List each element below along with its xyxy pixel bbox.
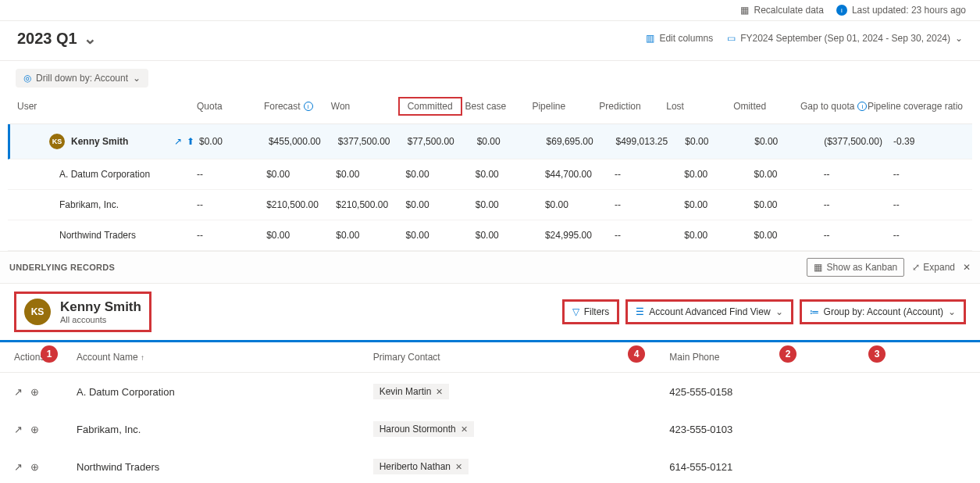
chevron-down-icon: ⌄ <box>84 29 97 48</box>
cell-gap: -- <box>824 230 893 241</box>
edit-columns-button[interactable]: ▥ Edit columns <box>646 33 713 44</box>
header: 2023 Q1 ⌄ ▥ Edit columns ▭ FY2024 Septem… <box>0 21 980 61</box>
cell-pipeline: $44,700.00 <box>545 169 615 180</box>
filter-icon: ▽ <box>572 306 579 317</box>
grid-row[interactable]: A. Datum Corporation -- $0.00 $0.00 $0.0… <box>8 159 972 190</box>
col-user[interactable]: User <box>17 101 197 112</box>
filters-button[interactable]: ▽ Filters <box>562 299 620 324</box>
committed-highlight: Committed <box>398 97 462 116</box>
contact-tag[interactable]: Haroun Stormonth✕ <box>373 421 474 437</box>
expand-row-icon[interactable]: ⊕ <box>30 461 39 473</box>
cell-coverage: -0.39 <box>893 136 963 147</box>
cell-pipeline: $69,695.00 <box>547 136 616 147</box>
cell-won: $0.00 <box>336 169 405 180</box>
drill-chip[interactable]: ◎ Drill down by: Account ⌄ <box>16 69 148 88</box>
user-name: Kenny Smith <box>71 136 128 147</box>
share-icon[interactable]: ↗ <box>174 136 182 147</box>
grid-row[interactable]: Northwind Traders -- $0.00 $0.00 $0.00 $… <box>8 220 972 251</box>
cell-account: Fabrikam, Inc. <box>77 424 373 435</box>
open-icon[interactable]: ↗ <box>14 424 23 435</box>
col-contact[interactable]: Primary Contact <box>373 352 670 363</box>
cell-lost: $0.00 <box>685 136 754 147</box>
contact-name: Kevin Martin <box>380 386 432 397</box>
cell-coverage: -- <box>893 169 963 180</box>
page-title: 2023 Q1 <box>17 30 77 48</box>
cell-account: A. Datum Corporation <box>77 386 373 398</box>
avatar: KS <box>49 134 65 149</box>
grid-row[interactable]: Fabrikam, Inc. -- $210,500.00 $210,500.0… <box>8 190 972 220</box>
col-lost[interactable]: Lost <box>666 101 733 112</box>
expand-row-icon[interactable]: ⊕ <box>30 386 39 398</box>
col-bestcase[interactable]: Best case <box>465 101 533 112</box>
date-range-button[interactable]: ▭ FY2024 September (Sep 01, 2024 - Sep 3… <box>727 33 963 44</box>
filters-label: Filters <box>584 306 610 317</box>
underlying-records-bar: UNDERLYING RECORDS ▦ Show as Kanban ⤢ Ex… <box>0 251 980 283</box>
cell-quota: $0.00 <box>199 136 269 147</box>
cell-prediction: -- <box>615 230 684 241</box>
recalculate-button[interactable]: ▦ Recalculate data <box>740 5 823 16</box>
cell-prediction: -- <box>615 169 684 180</box>
cell-pipeline: $0.00 <box>545 199 615 210</box>
cell-omitted: $0.00 <box>754 136 824 147</box>
date-range-label: FY2024 September (Sep 01, 2024 - Sep 30,… <box>740 33 950 44</box>
col-forecast[interactable]: Forecast i <box>264 101 331 112</box>
chevron-down-icon: ⌄ <box>775 306 783 317</box>
grid-body: KS Kenny Smith ↗ ⬆ $0.00 $455,000.00 $37… <box>8 124 972 251</box>
columns-icon: ▥ <box>646 33 654 44</box>
cell-gap: -- <box>824 169 893 180</box>
grid-row[interactable]: KS Kenny Smith ↗ ⬆ $0.00 $455,000.00 $37… <box>8 124 972 159</box>
records-row[interactable]: ↗ ⊕ Fabrikam, Inc. Haroun Stormonth✕ 423… <box>5 410 975 448</box>
user-cell: KS Kenny Smith ↗ ⬆ <box>20 134 199 149</box>
cell-phone: 423-555-0103 <box>669 424 966 435</box>
show-as-kanban-button[interactable]: ▦ Show as Kanban <box>807 258 905 277</box>
chevron-down-icon: ⌄ <box>948 306 956 317</box>
cell-bestcase: $0.00 <box>476 169 545 180</box>
col-omitted[interactable]: Omitted <box>733 101 800 112</box>
close-button[interactable]: ✕ <box>963 262 971 273</box>
drill-label: Drill down by: Account <box>36 73 128 84</box>
open-icon[interactable]: ↗ <box>14 461 23 473</box>
callout-1: 1 <box>41 345 58 363</box>
contact-tag[interactable]: Heriberto Nathan✕ <box>373 459 469 474</box>
expand-row-icon[interactable]: ⊕ <box>30 424 39 435</box>
contact-tag[interactable]: Kevin Martin✕ <box>373 384 450 399</box>
cell-committed: $0.00 <box>406 230 476 241</box>
underlying-title: UNDERLYING RECORDS <box>9 263 115 272</box>
records-row[interactable]: ↗ ⊕ Northwind Traders Heriberto Nathan✕ … <box>5 448 975 483</box>
last-updated: i Last updated: 23 hours ago <box>836 5 966 16</box>
col-gap[interactable]: Gap to quota i <box>800 101 868 112</box>
calendar-icon: ▭ <box>727 33 736 44</box>
col-phone[interactable]: Main Phone <box>669 352 966 363</box>
kanban-icon: ▦ <box>814 262 822 273</box>
cell-forecast: $0.00 <box>266 230 336 241</box>
records-row[interactable]: ↗ ⊕ A. Datum Corporation Kevin Martin✕ 4… <box>5 373 975 410</box>
open-icon[interactable]: ↗ <box>14 386 23 398</box>
expand-label: Expand <box>923 262 955 273</box>
remove-icon[interactable]: ✕ <box>461 424 468 435</box>
view-selector-button[interactable]: ☰ Account Advanced Find View ⌄ <box>625 299 793 324</box>
user-name: A. Datum Corporation <box>17 169 197 180</box>
group-by-button[interactable]: ≔ Group by: Account (Account) ⌄ <box>800 299 966 324</box>
col-committed[interactable]: Committed <box>398 97 465 116</box>
cell-won: $210,500.00 <box>336 199 405 210</box>
col-pipeline[interactable]: Pipeline <box>532 101 599 112</box>
col-won[interactable]: Won <box>331 101 398 112</box>
list-icon: ☰ <box>636 306 644 317</box>
cell-bestcase: $0.00 <box>476 199 545 210</box>
remove-icon[interactable]: ✕ <box>455 462 462 472</box>
cell-omitted: $0.00 <box>754 230 823 241</box>
col-prediction[interactable]: Prediction <box>599 101 666 112</box>
remove-icon[interactable]: ✕ <box>436 387 443 397</box>
contact-name: Haroun Stormonth <box>380 424 456 435</box>
user-name: Northwind Traders <box>17 230 197 241</box>
cell-committed: $0.00 <box>406 169 476 180</box>
expand-button[interactable]: ⤢ Expand <box>912 262 955 273</box>
col-quota[interactable]: Quota <box>197 101 264 112</box>
col-account[interactable]: Account Name ↑ <box>77 352 373 363</box>
page-title-control[interactable]: 2023 Q1 ⌄ <box>17 29 97 48</box>
cell-quota: -- <box>197 199 266 210</box>
col-coverage[interactable]: Pipeline coverage ratio <box>868 101 963 112</box>
grid-icon: ▦ <box>740 5 749 16</box>
arrow-up-icon[interactable]: ⬆ <box>187 136 194 147</box>
avatar: KS <box>24 299 51 325</box>
